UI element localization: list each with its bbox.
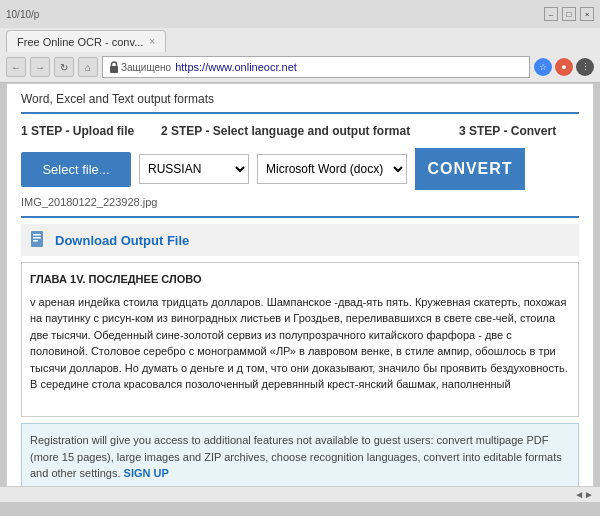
svg-rect-0 <box>110 66 118 73</box>
secure-badge: Защищено <box>109 61 171 73</box>
registration-notice: Registration will give you access to add… <box>21 423 579 487</box>
browser-icon-menu[interactable]: ⋮ <box>576 58 594 76</box>
step2-label: 2 STEP - Select language and output form… <box>161 124 459 138</box>
scroll-left-arrow[interactable]: ◄ <box>574 489 584 500</box>
title-bar-text: 10/10/p <box>6 9 39 20</box>
scroll-arrows: ◄ ► <box>0 487 600 502</box>
step3-label: 3 STEP - Convert <box>459 124 579 138</box>
output-text-area[interactable]: ГЛАВА 1V. ПОСЛЕДНЕЕ СЛОВО v ареная индей… <box>21 262 579 417</box>
download-bar: Download Output File <box>21 224 579 256</box>
svg-rect-3 <box>33 237 41 239</box>
back-button[interactable]: ← <box>6 57 26 77</box>
select-file-button[interactable]: Select file... <box>21 152 131 187</box>
svg-rect-2 <box>33 234 41 236</box>
filename-label: IMG_20180122_223928.jpg <box>21 196 579 208</box>
home-button[interactable]: ⌂ <box>78 57 98 77</box>
convert-button[interactable]: CONVERT <box>415 148 525 190</box>
steps-labels-row: 1 STEP - Upload file 2 STEP - Select lan… <box>21 124 579 138</box>
forward-button[interactable]: → <box>30 57 50 77</box>
url-field[interactable]: Защищено https://www.onlineocr.net <box>102 56 530 78</box>
section-divider <box>21 216 579 218</box>
title-bar: 10/10/p – □ × <box>0 0 600 28</box>
download-link[interactable]: Download Output File <box>55 233 189 248</box>
browser-icons: ☆ ● ⋮ <box>534 58 594 76</box>
download-icon <box>29 230 49 250</box>
signup-link[interactable]: SIGN UP <box>124 467 169 479</box>
lock-icon <box>109 61 119 73</box>
tab-close-icon[interactable]: × <box>149 36 155 47</box>
tab-title: Free Online OCR - conv... <box>17 36 143 48</box>
browser-icon-star[interactable]: ☆ <box>534 58 552 76</box>
browser-icon-user[interactable]: ● <box>555 58 573 76</box>
refresh-button[interactable]: ↻ <box>54 57 74 77</box>
minimize-button[interactable]: – <box>544 7 558 21</box>
scroll-right-arrow[interactable]: ► <box>584 489 594 500</box>
maximize-button[interactable]: □ <box>562 7 576 21</box>
page-content: Word, Excel and Text output formats 1 ST… <box>7 84 593 487</box>
window-controls: – □ × <box>544 7 594 21</box>
svg-rect-4 <box>33 240 38 242</box>
browser-chrome: 10/10/p – □ × Free Online OCR - conv... … <box>0 0 600 83</box>
output-paragraph: v ареная индейка стоила тридцать долларо… <box>30 294 570 393</box>
tab-bar: Free Online OCR - conv... × <box>0 28 600 52</box>
svg-rect-1 <box>31 231 43 247</box>
page-subtitle: Word, Excel and Text output formats <box>21 92 579 114</box>
language-select[interactable]: RUSSIAN <box>139 154 249 184</box>
address-bar: ← → ↻ ⌂ Защищено https://www.onlineocr.n… <box>0 52 600 82</box>
step1-label: 1 STEP - Upload file <box>21 124 161 138</box>
output-heading: ГЛАВА 1V. ПОСЛЕДНЕЕ СЛОВО <box>30 273 201 285</box>
close-button[interactable]: × <box>580 7 594 21</box>
browser-tab[interactable]: Free Online OCR - conv... × <box>6 30 166 52</box>
page-icon <box>29 230 49 250</box>
url-text: https://www.onlineocr.net <box>175 61 297 73</box>
step-controls-row: Select file... RUSSIAN Microsoft Word (d… <box>21 148 579 190</box>
secure-label: Защищено <box>121 62 171 73</box>
registration-text: Registration will give you access to add… <box>30 434 562 479</box>
page-wrapper: Word, Excel and Text output formats 1 ST… <box>6 83 594 487</box>
format-select[interactable]: Microsoft Word (docx) <box>257 154 407 184</box>
